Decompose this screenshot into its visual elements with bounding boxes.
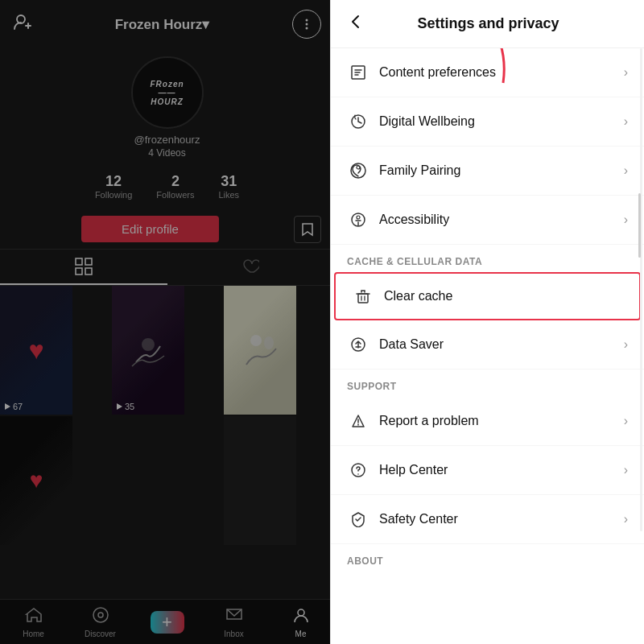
help-center-chevron: › [624, 463, 628, 477]
accessibility-icon [347, 208, 369, 231]
avatar: FRozen——HOURZ [131, 56, 204, 129]
digital-wellbeing-icon [347, 110, 369, 133]
svg-marker-8 [5, 403, 10, 410]
report-problem-icon [347, 410, 369, 432]
svg-rect-7 [85, 268, 92, 275]
add-friend-icon[interactable] [13, 13, 32, 35]
profile-stats: 12 Following 2 Followers 31 Likes [0, 163, 334, 209]
video-thumb-5[interactable] [112, 416, 184, 545]
content-preferences-chevron: › [624, 65, 628, 80]
profile-header: Frozen Hourz▾ [0, 0, 334, 48]
videos-tab[interactable] [0, 250, 167, 285]
data-saver-icon [347, 333, 369, 356]
accessibility-label: Accessibility [379, 213, 624, 227]
followers-label: Followers [156, 190, 194, 200]
svg-point-21 [357, 216, 360, 219]
safety-center-chevron: › [624, 512, 628, 526]
videos-count: 4 Videos [148, 147, 185, 159]
clear-cache-icon [352, 285, 374, 308]
nav-create[interactable]: + [134, 611, 200, 634]
help-center-label: Help Center [379, 463, 624, 477]
play-count-1: 67 [3, 402, 23, 411]
nav-home-label: Home [23, 630, 44, 638]
data-saver-item[interactable]: Data Saver › [331, 320, 644, 369]
profile-panel: Frozen Hourz▾ FRozen——HOURZ @frozenhourz… [0, 0, 334, 644]
following-stat: 12 Following [95, 173, 132, 200]
digital-wellbeing-item[interactable]: Digital Wellbeing › [331, 97, 644, 147]
svg-marker-10 [117, 403, 122, 410]
svg-rect-5 [85, 258, 92, 265]
svg-rect-22 [358, 294, 368, 303]
nav-discover-label: Discover [85, 630, 116, 638]
play-count-2: 35 [115, 402, 134, 411]
safety-center-label: Safety Center [379, 512, 624, 526]
profile-nav-icon [292, 606, 310, 628]
discover-icon [92, 606, 109, 628]
clear-cache-item[interactable]: Clear cache [334, 272, 641, 320]
scrollbar-thumb[interactable] [638, 193, 641, 258]
settings-title: Settings and privacy [378, 15, 599, 32]
profile-handle: @frozenhourz [134, 134, 200, 146]
profile-avatar-area: FRozen——HOURZ @frozenhourz 4 Videos [0, 48, 334, 163]
following-count: 12 [105, 173, 122, 190]
video-thumb-4[interactable]: ♥ [0, 416, 72, 545]
help-center-icon [347, 459, 369, 481]
profile-username: Frozen Hourz▾ [115, 16, 210, 33]
inbox-icon [225, 606, 243, 628]
svg-point-11 [250, 335, 262, 346]
data-saver-chevron: › [624, 337, 628, 352]
video-thumb-3[interactable] [224, 286, 296, 415]
digital-wellbeing-label: Digital Wellbeing [379, 114, 624, 129]
svg-point-25 [357, 473, 359, 475]
liked-tab[interactable] [167, 250, 335, 285]
settings-header: Settings and privacy [331, 0, 644, 48]
nav-discover[interactable]: Discover [67, 606, 134, 638]
nav-inbox-label: Inbox [224, 630, 243, 638]
video-grid: ♥ 67 35 [0, 286, 334, 545]
svg-point-3 [305, 27, 308, 30]
report-problem-label: Report a problem [379, 414, 624, 428]
video-thumb-6[interactable] [224, 416, 296, 545]
about-section-header: ABOUT [331, 544, 644, 572]
support-section-header: SUPPORT [331, 369, 644, 397]
followers-count: 2 [171, 173, 180, 190]
svg-rect-4 [76, 258, 82, 265]
nav-inbox[interactable]: Inbox [200, 606, 267, 638]
safety-center-icon [347, 508, 369, 530]
video-thumb-1[interactable]: ♥ 67 [0, 286, 72, 415]
cache-section-header: CACHE & CELLULAR DATA [331, 245, 644, 272]
family-pairing-label: Family Pairing [379, 163, 624, 178]
video-thumb-2[interactable]: 35 [112, 286, 184, 415]
report-problem-chevron: › [624, 414, 628, 428]
help-center-item[interactable]: Help Center › [331, 446, 644, 495]
nav-profile[interactable]: Me [267, 606, 334, 638]
family-pairing-icon [347, 159, 369, 182]
safety-center-item[interactable]: Safety Center › [331, 495, 644, 544]
clear-cache-label: Clear cache [384, 289, 623, 303]
svg-point-9 [142, 338, 155, 351]
back-button[interactable] [347, 13, 365, 35]
create-button[interactable]: + [151, 611, 184, 634]
following-label: Following [95, 190, 132, 200]
home-icon [25, 606, 43, 628]
content-tabs [0, 249, 334, 286]
more-options-button[interactable] [292, 10, 321, 39]
report-problem-item[interactable]: Report a problem › [331, 397, 644, 446]
svg-point-1 [305, 19, 308, 22]
edit-profile-button[interactable]: Edit profile [81, 216, 219, 242]
likes-stat: 31 Likes [218, 173, 239, 200]
bookmark-icon[interactable] [294, 216, 321, 243]
svg-point-13 [93, 608, 108, 622]
accessibility-item[interactable]: Accessibility › [331, 196, 644, 245]
nav-me-label: Me [295, 630, 307, 638]
nav-home[interactable]: Home [0, 606, 67, 638]
data-saver-label: Data Saver [379, 337, 624, 352]
family-pairing-item[interactable]: Family Pairing › [331, 147, 644, 196]
bottom-nav: Home Discover + Inbox [0, 599, 334, 644]
accessibility-chevron: › [624, 213, 628, 227]
svg-point-12 [264, 336, 274, 349]
content-preferences-icon [347, 61, 369, 84]
svg-point-14 [98, 613, 103, 617]
followers-stat: 2 Followers [156, 173, 194, 200]
svg-point-15 [298, 609, 304, 616]
